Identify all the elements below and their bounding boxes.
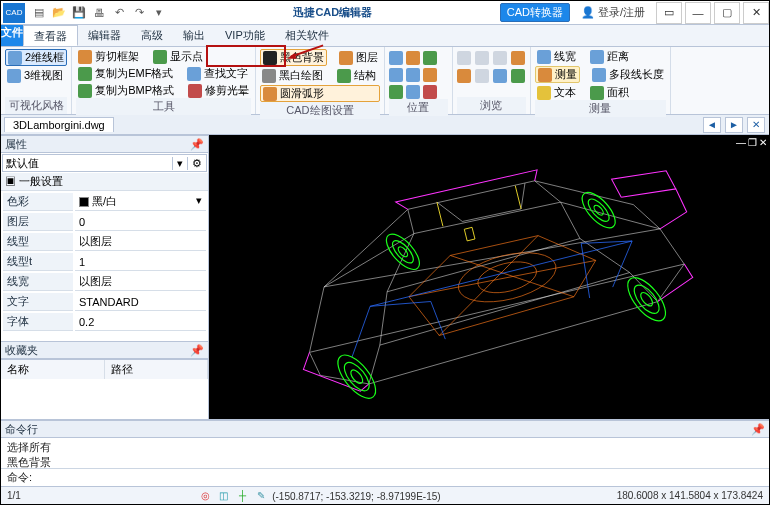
nav-ico[interactable] xyxy=(511,69,525,83)
nav-ico[interactable] xyxy=(475,69,489,83)
prop-lineweight[interactable]: 以图层 xyxy=(75,273,206,291)
pin-icon[interactable]: 📌 xyxy=(190,138,204,151)
pos-ico[interactable] xyxy=(389,51,403,65)
maximize-icon[interactable]: ▢ xyxy=(714,2,740,24)
vp-minimize-icon[interactable]: — xyxy=(736,137,746,148)
login-link[interactable]: 👤登录/注册 xyxy=(581,5,645,20)
tab-output[interactable]: 输出 xyxy=(173,25,215,46)
pin-icon[interactable]: 📌 xyxy=(190,344,204,357)
pos-ico[interactable] xyxy=(423,68,437,82)
status-ico[interactable]: ┼ xyxy=(236,489,250,503)
print-icon[interactable]: 🖶 xyxy=(90,4,108,22)
app-title: 迅捷CAD编辑器 xyxy=(169,5,497,20)
pos-ico[interactable] xyxy=(406,51,420,65)
app-logo: CAD xyxy=(3,3,25,23)
property-section[interactable]: ▣ 一般设置 xyxy=(1,173,208,191)
ribbon-copy-emf[interactable]: 复制为EMF格式 xyxy=(76,66,175,81)
minimize-icon[interactable]: — xyxy=(685,2,711,24)
ribbon-area[interactable]: 面积 xyxy=(588,85,631,100)
status-ico[interactable]: ✎ xyxy=(254,489,268,503)
nav-ico[interactable] xyxy=(493,51,507,65)
group-label: 位置 xyxy=(389,99,448,116)
more-icon[interactable]: ▾ xyxy=(150,4,168,22)
pos-ico[interactable] xyxy=(406,85,420,99)
tab-editor[interactable]: 编辑器 xyxy=(78,25,131,46)
drawing-viewport[interactable]: —❐✕ xyxy=(209,135,769,419)
document-tab[interactable]: 3DLamborgini.dwg xyxy=(4,117,114,132)
svg-point-15 xyxy=(331,349,382,405)
ribbon-copy-bmp[interactable]: 复制为BMP格式 xyxy=(76,83,176,98)
prop-textstyle[interactable]: STANDARD xyxy=(75,293,206,311)
ribbon-measure[interactable]: 测量 xyxy=(535,66,580,83)
ribbon-black-background[interactable]: 黑色背景 xyxy=(260,49,327,66)
tab-next-icon[interactable]: ► xyxy=(725,117,743,133)
tab-close-icon[interactable]: ✕ xyxy=(747,117,765,133)
pos-ico[interactable] xyxy=(423,85,437,99)
ribbon-show-points[interactable]: 显示点 xyxy=(151,49,205,64)
status-ico[interactable]: ◎ xyxy=(198,489,212,503)
ribbon-tabs: 文件 查看器 编辑器 高级 输出 VIP功能 相关软件 xyxy=(1,25,769,47)
svg-line-6 xyxy=(409,251,596,307)
new-icon[interactable]: ▤ xyxy=(30,4,48,22)
svg-line-13 xyxy=(515,186,521,209)
svg-rect-14 xyxy=(464,227,475,241)
pos-ico[interactable] xyxy=(423,51,437,65)
svg-line-5 xyxy=(561,200,580,241)
property-filter-select[interactable]: 默认值▾⚙ xyxy=(2,154,207,172)
pos-ico[interactable] xyxy=(389,85,403,99)
command-input[interactable] xyxy=(35,472,763,484)
group-label: CAD绘图设置 xyxy=(260,102,380,119)
status-ico[interactable]: ◫ xyxy=(217,489,231,503)
ribbon-find-text[interactable]: 查找文字 xyxy=(185,66,250,81)
tab-vip[interactable]: VIP功能 xyxy=(215,25,275,46)
ribbon-crop-frame[interactable]: 剪切框架 xyxy=(76,49,141,64)
prop-linetype2[interactable]: 1 xyxy=(75,253,206,271)
prop-height[interactable]: 0.2 xyxy=(75,313,206,331)
svg-point-21 xyxy=(381,229,425,275)
tab-advanced[interactable]: 高级 xyxy=(131,25,173,46)
ribbon-bw-drawing[interactable]: 黑白绘图 xyxy=(260,68,325,83)
status-box: 180.6008 x 141.5804 x 173.8424 xyxy=(617,490,763,501)
ribbon-text[interactable]: 文本 xyxy=(535,85,578,100)
undo-icon[interactable]: ↶ xyxy=(110,4,128,22)
ribbon-2d-wireframe[interactable]: 2维线框 xyxy=(5,49,67,66)
ribbon-3d-view[interactable]: 3维视图 xyxy=(5,68,67,83)
ribbon-distance[interactable]: 距离 xyxy=(588,49,631,64)
vp-close-icon[interactable]: ✕ xyxy=(759,137,767,148)
pin-icon[interactable]: 📌 xyxy=(751,423,765,436)
nav-ico[interactable] xyxy=(511,51,525,65)
group-label: 测量 xyxy=(535,100,666,117)
ribbon-collapse-icon[interactable]: ▭ xyxy=(656,2,682,24)
close-icon[interactable]: ✕ xyxy=(743,2,769,24)
ribbon-layers[interactable]: 图层 xyxy=(337,49,380,66)
ribbon-structure[interactable]: 结构 xyxy=(335,68,378,83)
favorites-panel-header: 收藏夹📌 xyxy=(1,341,208,359)
prop-linetype[interactable]: 以图层 xyxy=(75,233,206,251)
nav-ico[interactable] xyxy=(457,51,471,65)
tab-file[interactable]: 文件 xyxy=(1,25,23,46)
nav-ico[interactable] xyxy=(493,69,507,83)
cad-convert-button[interactable]: CAD转换器 xyxy=(500,3,570,22)
group-label: 浏览 xyxy=(457,97,526,114)
status-coords: (-150.8717; -153.3219; -8.97199E-15) xyxy=(272,490,440,501)
ribbon-lineweight[interactable]: 线宽 xyxy=(535,49,578,64)
prop-layer[interactable]: 0 xyxy=(75,213,206,231)
vp-restore-icon[interactable]: ❐ xyxy=(748,137,757,148)
ribbon-polyline-length[interactable]: 多段线长度 xyxy=(590,66,666,83)
tab-related[interactable]: 相关软件 xyxy=(275,25,339,46)
prop-color[interactable]: 黑/白 ▾ xyxy=(75,193,206,211)
pos-ico[interactable] xyxy=(406,68,420,82)
nav-ico[interactable] xyxy=(475,51,489,65)
tab-viewer[interactable]: 查看器 xyxy=(23,25,78,46)
group-label: 工具 xyxy=(76,98,251,115)
redo-icon[interactable]: ↷ xyxy=(130,4,148,22)
open-icon[interactable]: 📂 xyxy=(50,4,68,22)
save-icon[interactable]: 💾 xyxy=(70,4,88,22)
svg-point-22 xyxy=(389,237,417,266)
pos-ico[interactable] xyxy=(389,68,403,82)
tab-prev-icon[interactable]: ◄ xyxy=(703,117,721,133)
nav-ico[interactable] xyxy=(457,69,471,83)
document-tab-strip: 3DLamborgini.dwg ◄ ► ✕ xyxy=(1,115,769,135)
ribbon-smooth-arc[interactable]: 圆滑弧形 xyxy=(260,85,380,102)
ribbon-trim-halo[interactable]: 修剪光晕 xyxy=(186,83,251,98)
